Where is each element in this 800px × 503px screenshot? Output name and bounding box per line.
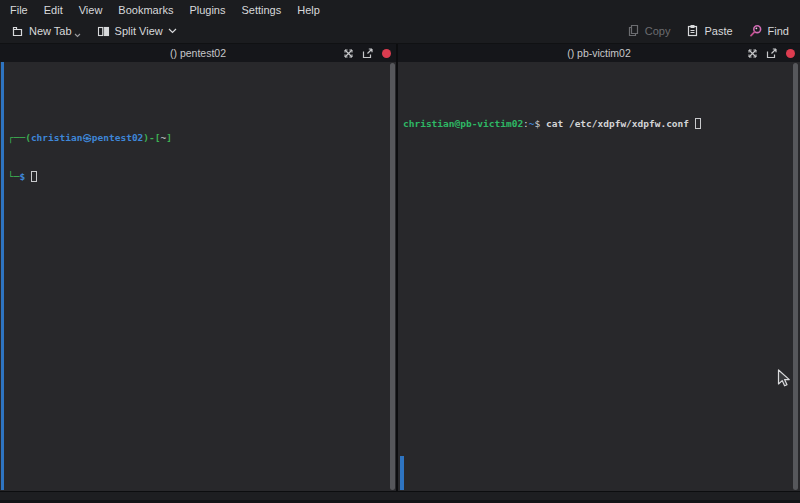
- maximize-terminal-icon[interactable]: [747, 48, 758, 59]
- terminal-right[interactable]: christian@pb-victim02:~$ cat /etc/xdpfw/…: [398, 62, 800, 491]
- pane-header-left[interactable]: () pentest02: [0, 44, 396, 62]
- new-tab-label: New Tab: [29, 25, 72, 37]
- paste-icon: [686, 24, 699, 37]
- menu-help[interactable]: Help: [289, 2, 328, 18]
- chevron-down-icon: [168, 28, 177, 34]
- pane-header-controls-left: [343, 44, 391, 62]
- pane-title-left: () pentest02: [170, 47, 226, 59]
- terminal-cursor-right: [695, 118, 701, 129]
- close-terminal-button[interactable]: [786, 49, 795, 58]
- close-terminal-button[interactable]: [382, 49, 391, 58]
- menu-bookmarks[interactable]: Bookmarks: [110, 2, 181, 18]
- scroll-highlight-left: [1, 62, 4, 490]
- split-view-icon: [97, 25, 110, 38]
- terminal-split-right: () pb-victim02 christian@pb-victim02:~$ …: [398, 44, 800, 491]
- terminal-prompt-line: christian@pb-victim02:~$ cat /etc/xdpfw/…: [403, 117, 800, 130]
- mouse-cursor: [777, 369, 791, 389]
- new-tab-icon: [11, 25, 24, 38]
- detach-terminal-icon[interactable]: [362, 48, 374, 59]
- menu-settings[interactable]: Settings: [233, 2, 289, 18]
- split-view-label: Split View: [115, 25, 163, 37]
- find-button[interactable]: Find: [741, 24, 797, 38]
- paste-label: Paste: [704, 25, 732, 37]
- menu-file[interactable]: File: [2, 2, 36, 18]
- menu-view[interactable]: View: [71, 2, 111, 18]
- paste-button[interactable]: Paste: [678, 24, 740, 37]
- menu-bar: File Edit View Bookmarks Plugins Setting…: [0, 0, 800, 19]
- scrollbar-left[interactable]: [390, 63, 395, 490]
- find-label: Find: [768, 25, 789, 37]
- pane-title-right: () pb-victim02: [567, 47, 631, 59]
- split-view-button[interactable]: Split View: [89, 19, 185, 43]
- terminal-prompt-line: └─$: [8, 170, 396, 183]
- menu-plugins[interactable]: Plugins: [181, 2, 233, 18]
- terminal-split-left: () pentest02 ┌──(christian㉿pentest02)-[~…: [0, 44, 396, 491]
- detach-terminal-icon[interactable]: [766, 48, 778, 59]
- toolbar: New Tab Split View Copy: [0, 19, 800, 44]
- menu-edit[interactable]: Edit: [36, 2, 71, 18]
- copy-label: Copy: [645, 25, 671, 37]
- pane-header-right[interactable]: () pb-victim02: [398, 44, 800, 62]
- terminal-cursor-left: [31, 171, 37, 182]
- terminal-line: ┌──(christian㉿pentest02)-[~]: [8, 131, 396, 144]
- new-tab-button[interactable]: New Tab: [3, 19, 89, 43]
- window-bottom-edge: [0, 491, 800, 503]
- find-icon: [749, 24, 763, 38]
- scrollbar-right[interactable]: [793, 63, 798, 490]
- copy-button[interactable]: Copy: [619, 24, 679, 37]
- copy-icon: [627, 24, 640, 37]
- scroll-highlight-right: [400, 456, 404, 490]
- maximize-terminal-icon[interactable]: [343, 48, 354, 59]
- toolbar-right-group: Copy Paste Find: [619, 24, 797, 38]
- terminal-left[interactable]: ┌──(christian㉿pentest02)-[~] └─$: [0, 62, 396, 491]
- pane-header-controls-right: [747, 44, 795, 62]
- chevron-down-icon: [74, 33, 81, 38]
